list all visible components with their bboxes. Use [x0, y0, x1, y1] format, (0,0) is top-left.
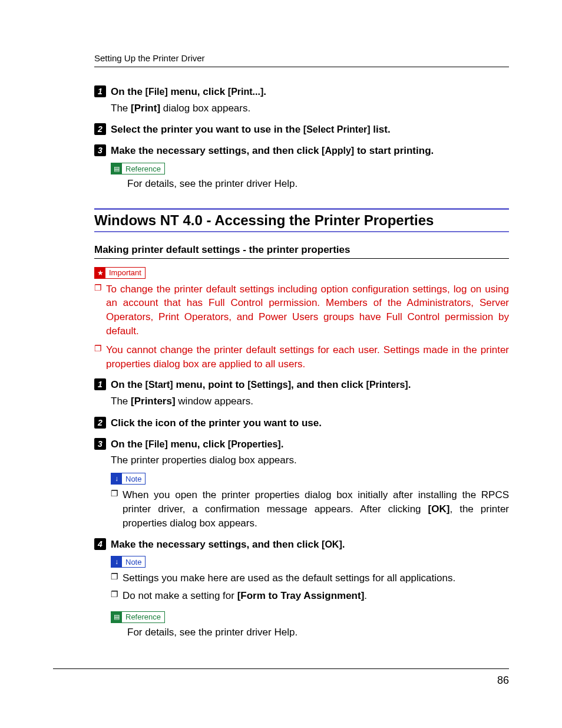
footer-rule	[53, 668, 509, 669]
nt-step-3: 3 On the [File] menu, click [Properties]…	[94, 437, 509, 531]
step-body: The [Print] dialog box appears.	[111, 101, 509, 116]
page: Setting Up the Printer Driver 1 On the […	[0, 0, 562, 728]
text: On the	[111, 86, 146, 97]
text: Select the printer you want to use in th…	[111, 124, 303, 135]
callout-label: Note	[122, 473, 145, 484]
note-callout: ↓ Note	[111, 556, 146, 568]
text: .	[281, 439, 284, 450]
reference-icon: ▤	[111, 163, 122, 174]
note-icon: ↓	[111, 556, 122, 567]
section-heading: Windows NT 4.0 - Accessing the Printer P…	[94, 208, 509, 232]
ui-label: [Printers]	[366, 380, 408, 390]
step-number-icon: 4	[94, 538, 106, 550]
ui-label: [Print]	[131, 103, 160, 114]
reference-callout: ▤ Reference	[111, 611, 165, 623]
ui-label: [Form to Tray Assignment]	[237, 590, 365, 601]
note-list: When you open the printer properties dia…	[94, 488, 509, 530]
text: The	[111, 396, 131, 407]
step-number-icon: 2	[94, 417, 106, 429]
text: On the	[111, 439, 146, 450]
text: window appears.	[176, 396, 253, 407]
ui-label: [Print...]	[228, 87, 263, 97]
ui-label: [OK]	[428, 503, 450, 515]
ui-label: [File]	[146, 87, 168, 97]
step-body: The printer properties dialog box appear…	[111, 453, 509, 468]
step-number-icon: 3	[94, 438, 106, 450]
ui-label: [Apply]	[322, 146, 354, 156]
ui-label: [Properties]	[228, 439, 281, 449]
step-number-icon: 1	[94, 378, 106, 390]
reference-body: For details, see the printer driver Help…	[127, 625, 509, 640]
reference-body: For details, see the printer driver Help…	[127, 177, 509, 192]
nt-step-4: 4 Make the necessary settings, and then …	[94, 538, 509, 640]
note-item: Do not make a setting for [Form to Tray …	[111, 589, 509, 603]
ui-label: [OK]	[322, 539, 342, 549]
note-item: When you open the printer properties dia…	[111, 488, 509, 530]
page-number: 86	[497, 674, 509, 687]
step-1: 1 On the [File] menu, click [Print...]. …	[94, 85, 509, 116]
note-item: Settings you make here are used as the d…	[111, 571, 509, 585]
step-title: Click the icon of the printer you want t…	[111, 416, 322, 430]
text: .	[342, 539, 345, 550]
text: Make the necessary settings, and then cl…	[111, 145, 322, 156]
text: , and then click	[291, 379, 366, 390]
important-item: You cannot change the printer default se…	[94, 343, 509, 371]
nt-step-1: 1 On the [Start] menu, point to [Setting…	[94, 378, 509, 409]
text: .	[263, 86, 266, 97]
text: to start printing.	[354, 145, 434, 156]
note-list: Settings you make here are used as the d…	[94, 571, 509, 603]
step-3: 3 Make the necessary settings, and then …	[94, 144, 509, 191]
callout-label: Important	[105, 268, 145, 278]
note-icon: ↓	[111, 473, 122, 484]
text: menu, point to	[173, 379, 248, 390]
step-title: Select the printer you want to use in th…	[111, 123, 391, 137]
text: Make the necessary settings, and then cl…	[111, 539, 322, 550]
step-number-icon: 3	[94, 144, 106, 156]
callout-label: Note	[122, 556, 145, 567]
step-body: The [Printers] window appears.	[111, 394, 509, 409]
important-callout: ★ Important	[94, 267, 146, 279]
text: dialog box appears.	[160, 103, 250, 114]
important-item: To change the printer default settings i…	[94, 282, 509, 338]
step-number-icon: 2	[94, 123, 106, 135]
step-title: On the [Start] menu, point to [Settings]…	[111, 378, 411, 392]
text: Do not make a setting for	[123, 590, 237, 601]
subheading: Making printer default settings - the pr…	[94, 244, 509, 259]
step-number-icon: 1	[94, 85, 106, 97]
text: menu, click	[168, 86, 228, 97]
step-title: Make the necessary settings, and then cl…	[111, 144, 434, 158]
note-callout: ↓ Note	[111, 473, 146, 485]
reference-callout: ▤ Reference	[111, 163, 165, 174]
callout-label: Reference	[122, 612, 164, 622]
step-title: Make the necessary settings, and then cl…	[111, 538, 345, 552]
ui-label: [Start]	[146, 380, 173, 390]
text: menu, click	[168, 439, 228, 450]
text: .	[364, 590, 367, 601]
text: list.	[371, 124, 391, 135]
step-2: 2 Select the printer you want to use in …	[94, 123, 509, 137]
nt-step-2: 2 Click the icon of the printer you want…	[94, 416, 509, 430]
reference-icon: ▤	[111, 612, 122, 622]
ui-label: [File]	[146, 439, 168, 449]
callout-label: Reference	[122, 163, 164, 174]
text: On the	[111, 379, 146, 390]
important-icon: ★	[95, 268, 105, 278]
important-list: To change the printer default settings i…	[94, 282, 509, 371]
content-area: 1 On the [File] menu, click [Print...]. …	[94, 85, 509, 640]
text: .	[408, 379, 411, 390]
running-header: Setting Up the Printer Driver	[94, 53, 509, 67]
text: The	[111, 103, 131, 114]
ui-label: [Select Printer]	[303, 124, 371, 134]
ui-label: [Settings]	[247, 380, 291, 390]
step-title: On the [File] menu, click [Properties].	[111, 437, 283, 452]
ui-label: [Printers]	[131, 396, 176, 407]
step-title: On the [File] menu, click [Print...].	[111, 85, 266, 99]
